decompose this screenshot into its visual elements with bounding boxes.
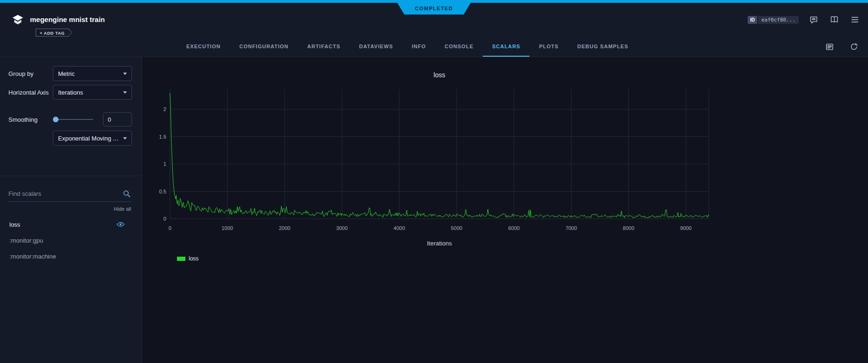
svg-text:8000: 8000: [623, 225, 634, 231]
app-logo-icon[interactable]: [10, 13, 25, 27]
svg-text:4000: 4000: [394, 225, 405, 231]
sidebar-divider: [0, 176, 141, 176]
smoothing-input[interactable]: [103, 112, 132, 126]
group-by-label: Group by: [8, 70, 53, 77]
chevron-down-icon: [123, 73, 127, 75]
svg-text:0.5: 0.5: [159, 189, 166, 194]
tab-artifacts[interactable]: ARTIFACTS: [298, 37, 350, 57]
scalar-plot-svg[interactable]: 010002000300040005000600070008000900000.…: [142, 57, 868, 363]
task-id-chip[interactable]: ID eaf0cf80...: [748, 16, 799, 24]
header: megengine mnist train + ADD TAG ID eaf0c…: [0, 3, 868, 37]
tab-plots[interactable]: PLOTS: [530, 37, 568, 57]
chart-legend[interactable]: loss: [177, 255, 199, 262]
metric-list: loss :monitor:gpu :monitor:machine: [0, 216, 141, 264]
svg-text:9000: 9000: [680, 225, 691, 231]
slider-track: [53, 119, 93, 120]
tabs: EXECUTION CONFIGURATION ARTIFACTS DATAVI…: [177, 37, 638, 57]
svg-text:6000: 6000: [508, 225, 519, 231]
svg-text:2000: 2000: [279, 225, 290, 231]
metric-item-monitor-gpu[interactable]: :monitor:gpu: [0, 232, 141, 248]
tab-execution[interactable]: EXECUTION: [177, 37, 230, 57]
search-icon[interactable]: [122, 189, 131, 198]
x-axis-label: Iterations: [170, 240, 709, 247]
svg-text:2: 2: [163, 106, 166, 112]
smoothing-method-select[interactable]: Exponential Moving Av...: [53, 131, 132, 146]
slider-thumb[interactable]: [53, 117, 59, 122]
metric-name: loss: [9, 221, 20, 228]
metric-item-monitor-machine[interactable]: :monitor:machine: [0, 248, 141, 264]
feedback-icon[interactable]: [808, 14, 819, 25]
refresh-icon[interactable]: [848, 41, 860, 52]
svg-text:0: 0: [169, 225, 171, 231]
smoothing-slider[interactable]: [53, 116, 93, 123]
group-by-value: Metric: [58, 70, 74, 77]
eye-icon[interactable]: [117, 222, 125, 227]
chart-area: loss 01000200030004000500060007000800090…: [142, 57, 868, 363]
horizontal-axis-select[interactable]: Iterations: [53, 85, 132, 100]
tab-configuration[interactable]: CONFIGURATION: [230, 37, 298, 57]
find-scalars-input[interactable]: [8, 190, 122, 197]
content: Group by Metric Horizontal Axis Iteratio…: [0, 57, 868, 363]
svg-text:3000: 3000: [336, 225, 347, 231]
menu-icon[interactable]: [849, 14, 861, 25]
horizontal-axis-value: Iterations: [58, 89, 83, 96]
group-by-select[interactable]: Metric: [53, 66, 132, 81]
tab-dataviews[interactable]: DATAVIEWS: [350, 37, 403, 57]
horizontal-axis-label: Horizontal Axis: [8, 89, 53, 96]
add-tag-label: + ADD TAG: [40, 31, 65, 36]
search-row: [8, 189, 131, 202]
id-value: eaf0cf80...: [758, 16, 799, 24]
svg-text:0: 0: [163, 216, 166, 222]
scalars-sidebar: Group by Metric Horizontal Axis Iteratio…: [0, 57, 142, 363]
legend-swatch: [177, 257, 185, 261]
app-root: { "colors": { "accent_blue": "#05a2e6", …: [0, 0, 868, 363]
metric-item-loss[interactable]: loss: [0, 216, 141, 232]
task-title: megengine mnist train: [30, 15, 105, 23]
svg-text:1: 1: [163, 161, 166, 167]
add-tag-button[interactable]: + ADD TAG: [36, 29, 72, 37]
svg-text:7000: 7000: [566, 225, 577, 231]
header-actions: ID eaf0cf80...: [748, 14, 861, 25]
tab-console[interactable]: CONSOLE: [435, 37, 483, 57]
smoothing-method-value: Exponential Moving Av...: [58, 135, 119, 142]
docs-icon[interactable]: [829, 14, 840, 25]
legend-label: loss: [189, 255, 199, 262]
tabbar-actions: [824, 37, 860, 57]
tab-debug-samples[interactable]: DEBUG SAMPLES: [568, 37, 638, 57]
svg-text:1.5: 1.5: [159, 134, 166, 140]
chevron-down-icon: [123, 91, 127, 94]
svg-text:5000: 5000: [451, 225, 462, 231]
table-view-icon[interactable]: [824, 41, 835, 52]
tab-info[interactable]: INFO: [403, 37, 435, 57]
smoothing-label: Smoothing: [8, 116, 53, 123]
tab-scalars[interactable]: SCALARS: [483, 37, 530, 57]
id-badge: ID: [748, 16, 757, 24]
chevron-down-icon: [123, 137, 127, 140]
metric-name: :monitor:gpu: [9, 237, 43, 244]
metric-name: :monitor:machine: [9, 253, 56, 260]
hide-all-link[interactable]: Hide all: [0, 206, 131, 212]
tab-bar: EXECUTION CONFIGURATION ARTIFACTS DATAVI…: [0, 37, 868, 57]
svg-text:1000: 1000: [221, 225, 233, 231]
